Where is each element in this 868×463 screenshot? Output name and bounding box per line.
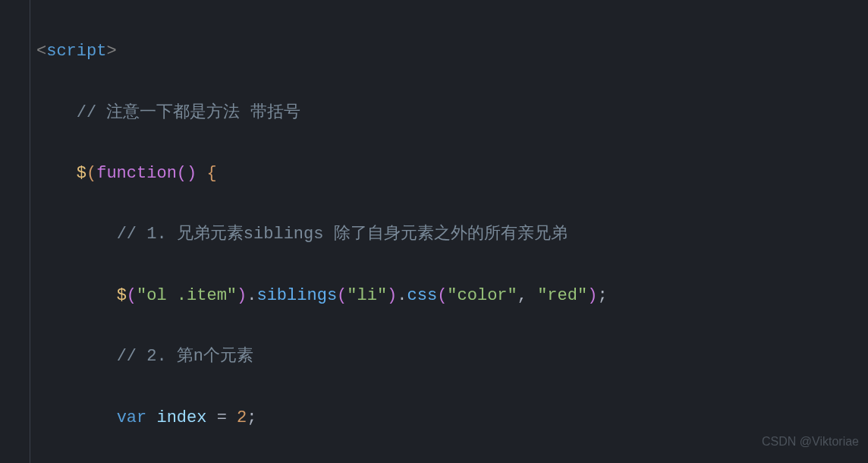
comma: , <box>517 286 537 305</box>
semicolon: ; <box>597 286 607 305</box>
string-literal: "color" <box>447 286 517 305</box>
string-literal: "red" <box>537 286 587 305</box>
code-line[interactable]: $(function() { <box>0 159 868 189</box>
code-line[interactable]: // 2. 第n个元素 <box>0 342 868 372</box>
script-tag: script <box>46 42 106 61</box>
code-line[interactable]: // 1. 兄弟元素siblings 除了自身元素之外的所有亲兄弟 <box>0 219 868 250</box>
tag-open-bracket: < <box>36 42 46 61</box>
paren: ( <box>127 286 137 305</box>
variable-index: index <box>156 408 206 427</box>
var-keyword: var <box>117 408 147 427</box>
code-editor[interactable]: <script> // 注意一下都是方法 带括号 $(function() { … <box>0 0 868 463</box>
tag-close-bracket: > <box>106 42 116 61</box>
paren: ) <box>587 286 597 305</box>
method-css: css <box>407 286 438 305</box>
function-keyword: function <box>96 164 177 183</box>
brace-open: { <box>206 164 216 183</box>
string-literal: "ol .item" <box>137 286 237 305</box>
jquery-dollar: $ <box>77 164 86 183</box>
code-line[interactable]: $("ol .item").siblings("li").css("color"… <box>0 281 868 311</box>
paren: ( <box>437 286 447 305</box>
code-line[interactable]: <script> <box>0 36 868 67</box>
paren: ) <box>237 286 247 305</box>
dot: . <box>397 286 407 305</box>
semicolon: ; <box>247 408 256 427</box>
jquery-dollar: $ <box>117 286 127 305</box>
comment-text: // 注意一下都是方法 带括号 <box>77 103 300 122</box>
dot: . <box>247 286 256 305</box>
watermark: CSDN @Viktoriae <box>762 427 859 457</box>
comment-text: // 2. 第n个元素 <box>117 347 253 366</box>
method-siblings: siblings <box>256 286 337 305</box>
code-line[interactable]: // 注意一下都是方法 带括号 <box>0 98 868 128</box>
code-line[interactable]: var index = 2; <box>0 403 868 433</box>
paren: ( <box>86 164 96 183</box>
equals: = <box>217 408 227 427</box>
comment-text: // 1. 兄弟元素siblings 除了自身元素之外的所有亲兄弟 <box>117 225 568 244</box>
paren: ( <box>337 286 347 305</box>
number-literal: 2 <box>237 408 247 427</box>
paren: () <box>177 164 197 183</box>
string-literal: "li" <box>347 286 387 305</box>
paren: ) <box>387 286 397 305</box>
